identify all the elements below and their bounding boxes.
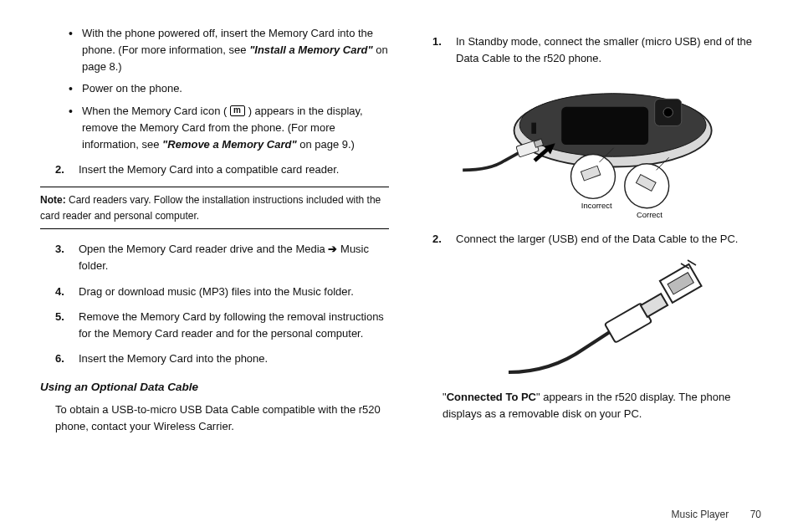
step-6: 6. Insert the Memory Card into the phone…	[55, 350, 389, 367]
step-number: 5.	[55, 309, 70, 342]
svg-rect-2	[561, 107, 648, 145]
label-correct: Correct	[637, 210, 662, 217]
bullet-text: Power on the phone.	[82, 82, 182, 95]
step-text: In Standby mode, connect the smaller (mi…	[456, 33, 766, 67]
left-column: With the phone powered off, insert the M…	[40, 25, 389, 517]
svg-rect-16	[640, 294, 667, 317]
step-text: Connect the larger (USB) end of the Data…	[456, 231, 738, 248]
bullet-item: When the Memory Card icon ( ) appears in…	[72, 103, 389, 153]
label-incorrect: Incorrect	[581, 201, 612, 210]
step-number: 3.	[55, 241, 70, 274]
note-label: Note:	[40, 194, 66, 206]
step-text: Open the Memory Card reader drive and th…	[79, 241, 389, 274]
step-number: 2.	[432, 231, 448, 248]
step-text: Remove the Memory Card by following the …	[79, 309, 389, 342]
step-4: 4. Drag or download music (MP3) files in…	[55, 284, 389, 300]
note-text: Card readers vary. Follow the installati…	[40, 194, 381, 222]
figure-phone-connection: Incorrect Correct	[451, 75, 766, 223]
step-number: 6.	[55, 350, 70, 367]
connected-paragraph: "Connected To PC" appears in the r520 di…	[442, 389, 766, 422]
subheading-data-cable: Using an Optional Data Cable	[40, 379, 389, 396]
bullet-item: Power on the phone.	[72, 80, 389, 97]
svg-rect-5	[531, 123, 536, 134]
figure-usb-to-pc	[451, 257, 766, 382]
page-footer: Music Player 70	[672, 509, 761, 520]
memory-card-icon	[230, 105, 245, 116]
step-text: Insert the Memory Card into a compatible…	[79, 161, 339, 178]
footer-section: Music Player	[672, 509, 729, 520]
bullet-item: With the phone powered off, insert the M…	[72, 25, 389, 75]
paragraph: To obtain a USB-to-micro USB Data Cable …	[55, 402, 389, 435]
ref-install-memory-card: "Install a Memory Card"	[249, 43, 372, 56]
step-text: Drag or download music (MP3) files into …	[79, 284, 354, 300]
step-text: Insert the Memory Card into the phone.	[79, 350, 268, 367]
note-box: Note: Card readers vary. Follow the inst…	[40, 187, 389, 229]
bullet-list: With the phone powered off, insert the M…	[72, 25, 389, 153]
step-1: 1. In Standby mode, connect the smaller …	[432, 33, 766, 67]
bullet-text: on page 9.)	[297, 138, 355, 151]
connected-to-pc-label: Connected To PC	[447, 391, 536, 403]
footer-page-number: 70	[750, 509, 761, 520]
step-number: 1.	[432, 33, 448, 67]
step-5: 5. Remove the Memory Card by following t…	[55, 309, 389, 342]
ref-remove-memory-card: "Remove a Memory Card"	[162, 138, 296, 151]
step-number: 4.	[55, 284, 70, 300]
arrow-icon: ➔	[328, 243, 337, 255]
step-3: 3. Open the Memory Card reader drive and…	[55, 241, 389, 274]
step-2: 2. Insert the Memory Card into a compati…	[55, 161, 389, 178]
step-number: 2.	[55, 161, 70, 178]
right-column: 1. In Standby mode, connect the smaller …	[417, 25, 766, 517]
bullet-text: When the Memory Card icon (	[82, 105, 230, 117]
svg-point-4	[663, 108, 673, 117]
step-2b: 2. Connect the larger (USB) end of the D…	[432, 231, 766, 248]
